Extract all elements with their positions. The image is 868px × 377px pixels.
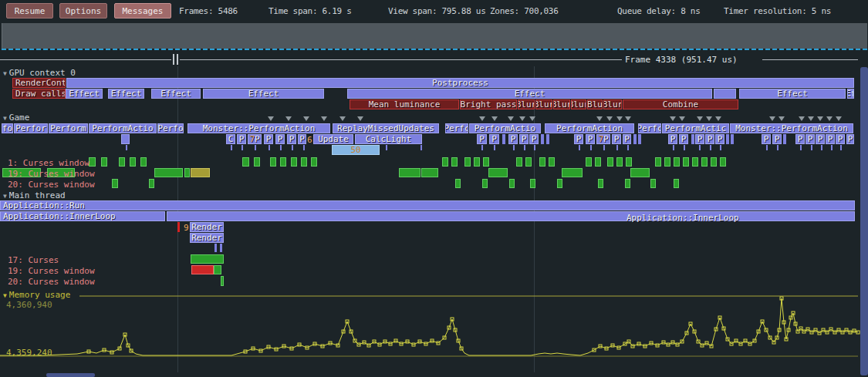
tracy-profiler-window: ResumeOptionsMessagesFrames: 5486Time sp… [0,0,868,377]
vertical-scrollbar[interactable] [860,67,868,375]
horizontal-scrollbar[interactable] [46,373,95,377]
memory-usage-graph[interactable] [0,0,868,377]
